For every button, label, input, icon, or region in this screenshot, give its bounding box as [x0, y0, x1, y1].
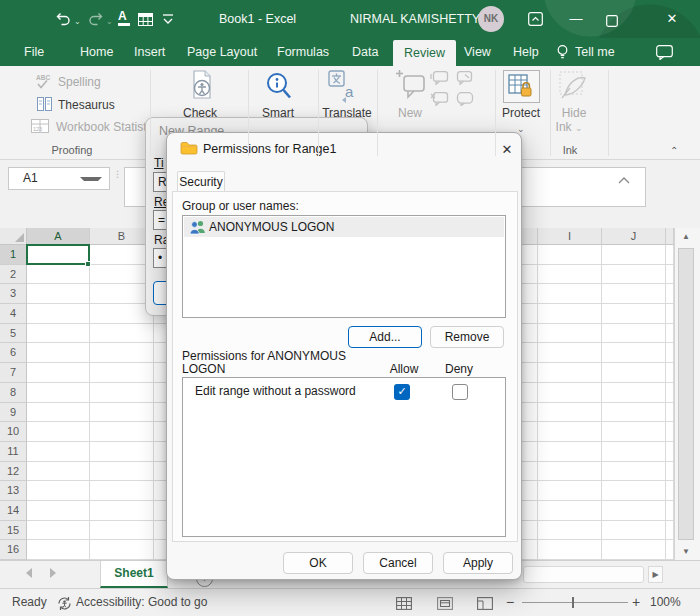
- protect-button-label[interactable]: Protect: [497, 106, 545, 120]
- column-header-partial[interactable]: [666, 228, 674, 245]
- row-header-13[interactable]: 13: [0, 481, 27, 501]
- customize-quick-access-icon[interactable]: [163, 12, 173, 30]
- users-listbox[interactable]: ANONYMOUS LOGON: [182, 215, 506, 318]
- vertical-scrollbar-thumb[interactable]: [678, 248, 694, 540]
- group-user-names-label: Group or user names:: [182, 199, 299, 213]
- tab-page-layout[interactable]: Page Layout: [187, 45, 257, 61]
- selected-cell-A1[interactable]: [26, 244, 90, 265]
- select-all-corner[interactable]: [0, 228, 27, 245]
- sheet-nav-left-icon[interactable]: [26, 568, 32, 578]
- tab-file[interactable]: File: [24, 45, 44, 61]
- feedback-comment-icon[interactable]: [656, 45, 673, 64]
- tab-home[interactable]: Home: [80, 45, 113, 61]
- tab-view[interactable]: View: [464, 45, 491, 61]
- scroll-down-icon[interactable]: ▼: [675, 547, 697, 556]
- row-header-2[interactable]: 2: [0, 265, 27, 285]
- row-header-5[interactable]: 5: [0, 324, 27, 344]
- deny-checkbox[interactable]: [452, 384, 468, 400]
- column-header-I[interactable]: I: [538, 228, 602, 245]
- thesaurus-button[interactable]: Thesaurus: [58, 98, 115, 112]
- close-button[interactable]: ✕: [661, 0, 683, 38]
- fill-handle[interactable]: [85, 261, 91, 267]
- status-bar: Ready Accessibility: Good to go − + 100%: [0, 588, 700, 616]
- zoom-slider-track[interactable]: [522, 602, 628, 603]
- row-header-12[interactable]: 12: [0, 462, 27, 482]
- zoom-slider-thumb[interactable]: [572, 597, 574, 608]
- tab-insert[interactable]: Insert: [134, 45, 165, 61]
- user-name[interactable]: NIRMAL KAMISHETTY: [350, 0, 480, 38]
- column-header-J[interactable]: J: [602, 228, 666, 245]
- name-box[interactable]: A1: [8, 167, 110, 190]
- page-layout-view-icon[interactable]: [437, 596, 453, 614]
- user-list-item[interactable]: ANONYMOUS LOGON: [184, 217, 504, 237]
- tab-security[interactable]: Security: [177, 171, 225, 192]
- normal-view-icon[interactable]: [396, 596, 412, 614]
- row-header-8[interactable]: 8: [0, 383, 27, 403]
- ok-button[interactable]: OK: [283, 552, 353, 574]
- sheet-tab-active[interactable]: Sheet1: [100, 561, 168, 588]
- add-button[interactable]: Add...: [348, 326, 422, 348]
- protect-sheet-icon: [508, 74, 535, 99]
- minimize-button[interactable]: —: [565, 0, 587, 38]
- status-mode[interactable]: Ready: [12, 589, 47, 616]
- zoom-in-icon[interactable]: +: [632, 589, 640, 616]
- dialog-close-icon[interactable]: ✕: [495, 139, 519, 161]
- scroll-up-icon[interactable]: ▲: [675, 232, 697, 241]
- row-header-11[interactable]: 11: [0, 442, 27, 462]
- tab-help[interactable]: Help: [513, 45, 539, 61]
- spelling-button[interactable]: Spelling: [58, 75, 101, 89]
- allow-checkbox[interactable]: ✓: [394, 384, 410, 400]
- page-break-view-icon[interactable]: [477, 596, 493, 614]
- new-comment-button[interactable]: New: [388, 106, 432, 120]
- tab-formulas[interactable]: Formulas: [277, 45, 329, 61]
- maximize-button[interactable]: [606, 13, 618, 31]
- cancel-button[interactable]: Cancel: [363, 552, 433, 574]
- undo-icon[interactable]: [55, 11, 72, 30]
- new-comment-icon: [396, 70, 426, 106]
- ribbon-group-separator: [608, 70, 609, 156]
- vertical-scrollbar[interactable]: ▲ ▼: [674, 228, 697, 560]
- hide-ink-label-line2[interactable]: Ink ⌄: [549, 120, 589, 134]
- row-header-3[interactable]: 3: [0, 284, 27, 304]
- show-comments-icon[interactable]: [456, 92, 475, 110]
- horizontal-scroll-right-icon[interactable]: ▶: [648, 566, 663, 583]
- ribbon-group-separator: [150, 70, 151, 156]
- previous-comment-icon[interactable]: [430, 71, 449, 89]
- undo-dropdown-icon[interactable]: ⌄: [74, 17, 81, 26]
- row-header-15[interactable]: 15: [0, 521, 27, 541]
- protect-button-highlight[interactable]: [503, 70, 540, 103]
- row-header-14[interactable]: 14: [0, 501, 27, 521]
- horizontal-scrollbar[interactable]: [523, 566, 644, 583]
- redo-icon[interactable]: [87, 11, 104, 30]
- delete-comment-icon[interactable]: [430, 92, 449, 110]
- next-comment-icon[interactable]: [456, 71, 475, 89]
- hide-ink-label-line1[interactable]: Hide: [554, 106, 594, 120]
- row-header-16[interactable]: 16: [0, 540, 27, 560]
- apply-button[interactable]: Apply: [443, 552, 513, 574]
- row-header-6[interactable]: 6: [0, 343, 27, 363]
- sheet-nav-right-icon[interactable]: [50, 568, 56, 578]
- row-header-10[interactable]: 10: [0, 422, 27, 442]
- redo-dropdown-icon[interactable]: ⌄: [106, 17, 113, 26]
- name-box-dropdown-icon[interactable]: [80, 177, 102, 181]
- row-header-9[interactable]: 9: [0, 403, 27, 423]
- accessibility-status[interactable]: Accessibility: Good to go: [76, 589, 207, 616]
- column-header-A[interactable]: A: [27, 228, 90, 245]
- borders-icon[interactable]: [138, 12, 153, 30]
- new-range-title-label: Ti: [154, 156, 164, 170]
- tab-tell-me[interactable]: Tell me: [575, 45, 615, 61]
- permissions-listbox[interactable]: Edit range without a password✓: [182, 377, 506, 537]
- accessibility-icon: [57, 596, 72, 615]
- row-header-7[interactable]: 7: [0, 363, 27, 383]
- zoom-level[interactable]: 100%: [650, 589, 681, 616]
- avatar[interactable]: NK: [478, 6, 504, 32]
- remove-button[interactable]: Remove: [430, 326, 504, 348]
- tab-data[interactable]: Data: [352, 45, 378, 61]
- row-header-1[interactable]: 1: [0, 245, 27, 265]
- zoom-out-icon[interactable]: −: [506, 589, 514, 616]
- collapse-ribbon-icon[interactable]: ⌃: [670, 145, 678, 156]
- font-color-icon[interactable]: A: [118, 9, 130, 26]
- ribbon-display-options-icon[interactable]: [528, 12, 543, 30]
- tab-review[interactable]: Review: [393, 40, 456, 66]
- row-header-4[interactable]: 4: [0, 304, 27, 324]
